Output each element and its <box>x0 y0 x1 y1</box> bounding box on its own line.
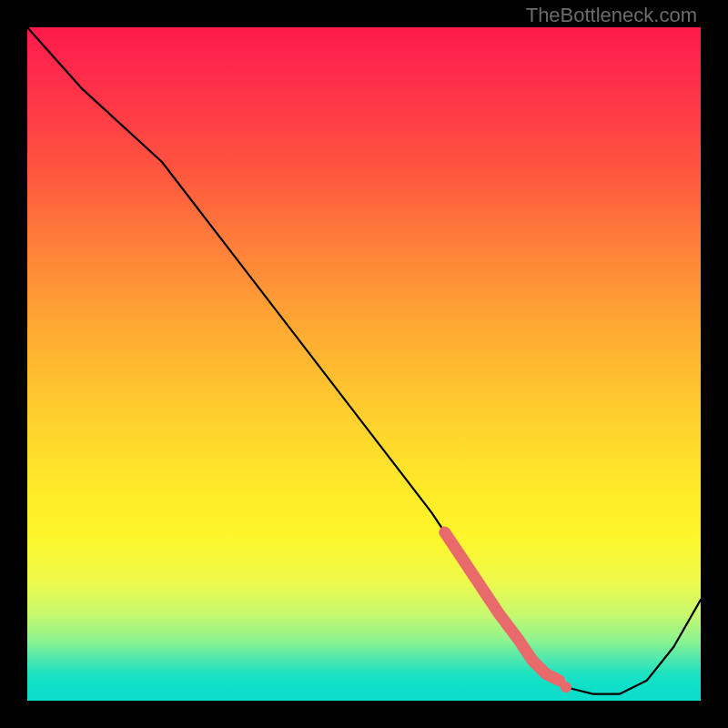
highlight-segment <box>445 532 560 681</box>
highlight-dot <box>561 682 571 693</box>
highlight-dot <box>541 668 551 679</box>
chart-overlay <box>27 27 701 701</box>
watermark-text: TheBottleneck.com <box>526 4 697 27</box>
highlight-dot <box>513 634 524 645</box>
bottleneck-curve-line <box>27 27 701 694</box>
